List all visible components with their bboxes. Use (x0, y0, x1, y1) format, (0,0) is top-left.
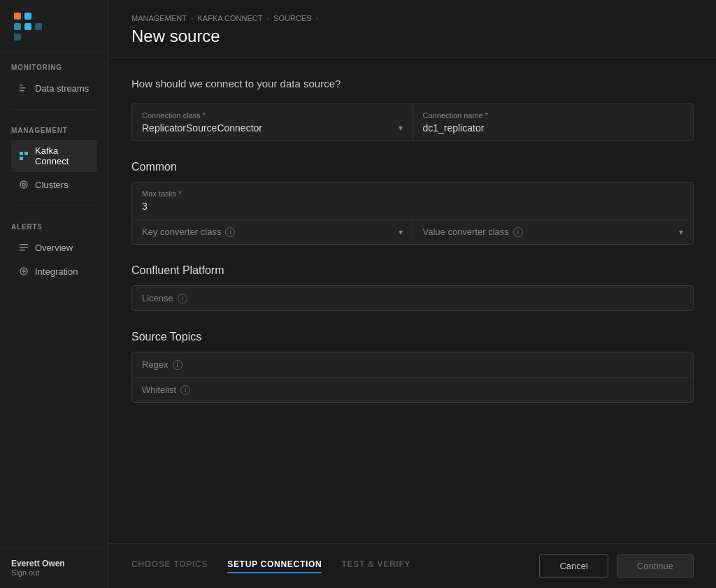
sidebar-section-management: MANAGEMENT Kafka Connect Clusters (0, 115, 108, 200)
continue-button[interactable]: Continue (617, 554, 694, 578)
breadcrumb-kafka-connect[interactable]: KAFKA CONNECT (198, 14, 263, 22)
logo-dot-blue5 (14, 34, 21, 41)
max-tasks-label: Max tasks * (142, 189, 683, 198)
max-tasks-input[interactable] (142, 201, 683, 212)
platform-form: License i (131, 285, 694, 311)
regex-text: Regex (142, 359, 169, 370)
whitelist-info-icon: i (180, 385, 190, 395)
whitelist-field: Whitelist i (132, 378, 693, 402)
logo (0, 0, 108, 52)
sidebar-divider-2 (11, 206, 97, 206)
sidebar-section-alerts: ALERTS Overview Integration (0, 212, 108, 287)
svg-rect-0 (20, 85, 23, 86)
logo-dot-orange (14, 13, 21, 20)
overview-label: Overview (35, 243, 73, 253)
sidebar-item-clusters[interactable]: Clusters (11, 173, 97, 196)
sidebar-item-overview[interactable]: Overview (11, 236, 97, 259)
main-content: MANAGEMENT › KAFKA CONNECT › SOURCES › N… (109, 0, 716, 588)
connection-form-row: Connection class * ReplicatorSourceConne… (131, 103, 694, 141)
common-form: Max tasks * Key converter class i ▾ Valu… (131, 182, 694, 245)
value-converter-label: Value converter class i (423, 227, 523, 237)
content-area: How should we connect to your data sourc… (109, 58, 716, 543)
cancel-button[interactable]: Cancel (539, 554, 608, 578)
max-tasks-field: Max tasks * (132, 182, 693, 220)
logo-dot-blue2 (14, 23, 21, 30)
connection-class-value[interactable]: ReplicatorSourceConnector ▾ (142, 122, 403, 134)
sidebar: MONITORING Data streams MANAGEMENT (0, 0, 109, 588)
alerts-section-title: ALERTS (11, 223, 97, 231)
connection-question: How should we connect to your data sourc… (131, 78, 694, 89)
converter-row: Key converter class i ▾ Value converter … (132, 220, 693, 244)
svg-point-6 (20, 181, 27, 188)
user-name: Everett Owen (11, 559, 97, 568)
logo-dot-blue3 (24, 23, 31, 30)
breadcrumb-sep-2: › (266, 14, 269, 22)
monitoring-section-title: MONITORING (11, 64, 97, 71)
footer-actions: Cancel Continue (539, 554, 694, 578)
management-section-title: MANAGEMENT (11, 127, 97, 134)
license-field: License i (132, 286, 693, 310)
overview-icon (18, 242, 29, 253)
sidebar-divider-1 (11, 109, 97, 110)
regex-info-icon: i (173, 360, 182, 370)
svg-rect-9 (20, 247, 28, 248)
logo-icon (14, 13, 94, 41)
key-converter-field[interactable]: Key converter class i ▾ (132, 220, 413, 244)
breadcrumb-sources[interactable]: SOURCES (273, 14, 311, 22)
page-header: MANAGEMENT › KAFKA CONNECT › SOURCES › N… (109, 0, 716, 58)
value-converter-chevron: ▾ (679, 227, 683, 237)
sidebar-item-kafka-connect[interactable]: Kafka Connect (11, 140, 97, 172)
sign-out-button[interactable]: Sign out (11, 568, 97, 577)
max-tasks-value (142, 201, 683, 212)
key-converter-info-icon: i (225, 227, 235, 237)
sidebar-item-integration[interactable]: Integration (11, 260, 97, 282)
connection-name-input[interactable] (423, 122, 684, 134)
key-converter-chevron: ▾ (399, 227, 403, 237)
breadcrumb-sep-3: › (316, 14, 319, 22)
connection-name-value (423, 122, 684, 134)
license-info-icon: i (178, 294, 187, 303)
svg-rect-8 (20, 244, 28, 245)
sidebar-section-monitoring: MONITORING Data streams (0, 52, 108, 103)
license-text: License (142, 293, 173, 303)
breadcrumb-sep-1: › (191, 14, 194, 22)
whitelist-label: Whitelist i (142, 385, 683, 395)
step-choose-topics[interactable]: CHOOSE TOPICS (131, 559, 208, 573)
connection-class-chevron: ▾ (399, 123, 403, 133)
sidebar-footer: Everett Owen Sign out (0, 547, 108, 588)
data-streams-icon (18, 83, 29, 94)
whitelist-text: Whitelist (142, 385, 176, 395)
clusters-icon (18, 179, 29, 190)
value-converter-text: Value converter class (423, 227, 509, 237)
svg-rect-5 (20, 157, 23, 160)
sidebar-item-data-streams[interactable]: Data streams (11, 77, 97, 99)
key-converter-text: Key converter class (142, 227, 221, 237)
step-setup-connection[interactable]: SETUP CONNECTION (227, 559, 322, 573)
connection-name-label: Connection name * (423, 111, 684, 120)
integration-label: Integration (35, 266, 78, 277)
breadcrumb: MANAGEMENT › KAFKA CONNECT › SOURCES › (131, 14, 694, 22)
svg-point-7 (22, 183, 25, 186)
svg-rect-4 (24, 152, 28, 155)
svg-rect-1 (20, 87, 26, 89)
footer: CHOOSE TOPICS SETUP CONNECTION TEST & VE… (109, 543, 716, 588)
connection-name-field[interactable]: Connection name * (413, 104, 694, 141)
connection-class-text: ReplicatorSourceConnector (142, 122, 262, 134)
common-section-title: Common (131, 161, 694, 173)
platform-section-title: Confluent Platform (131, 264, 694, 277)
integration-icon (18, 266, 29, 277)
step-test-verify[interactable]: TEST & VERIFY (341, 559, 410, 573)
regex-label: Regex i (142, 359, 683, 370)
value-converter-field[interactable]: Value converter class i ▾ (413, 220, 694, 244)
logo-dot-blue4 (35, 23, 42, 30)
footer-steps: CHOOSE TOPICS SETUP CONNECTION TEST & VE… (131, 559, 410, 573)
svg-rect-10 (20, 250, 25, 251)
topics-section-title: Source Topics (131, 331, 694, 343)
data-streams-label: Data streams (35, 83, 89, 94)
value-converter-info-icon: i (513, 227, 523, 237)
topics-form: Regex i Whitelist i (131, 352, 694, 403)
connection-class-field[interactable]: Connection class * ReplicatorSourceConne… (132, 104, 413, 141)
breadcrumb-management[interactable]: MANAGEMENT (131, 14, 187, 22)
regex-field: Regex i (132, 352, 693, 378)
license-label: License i (142, 293, 683, 303)
